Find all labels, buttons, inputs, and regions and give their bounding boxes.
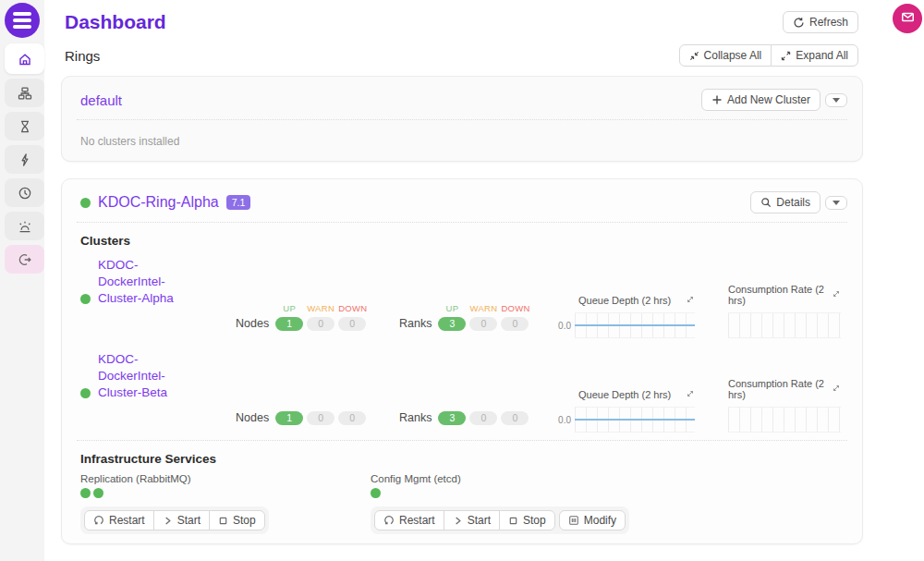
- cluster-status-dot: [80, 388, 91, 398]
- clusters-heading: Clusters: [80, 234, 862, 248]
- play-icon: [453, 516, 463, 526]
- chart-line: [575, 419, 695, 421]
- chart-title: Consumption Rate (2 hrs): [728, 284, 832, 306]
- ring-version-badge: 7.1: [226, 195, 251, 210]
- empty-message: No clusters installed: [62, 120, 862, 163]
- collapse-icon: [689, 51, 699, 61]
- y-axis-tick: 0.0: [558, 415, 575, 425]
- page-header: Dashboard Refresh: [61, 11, 863, 33]
- queue-depth-chart: Queue Depth (2 hrs) 0.0: [558, 389, 695, 433]
- service-status-dot: [80, 488, 91, 498]
- cluster-name-link[interactable]: KDOC-DockerIntel-Cluster-Beta: [98, 351, 200, 401]
- play-icon: [163, 516, 173, 526]
- ring-title[interactable]: KDOC-Ring-Alpha: [98, 194, 219, 211]
- home-icon: [18, 52, 32, 67]
- ring-title-default[interactable]: default: [80, 92, 122, 108]
- sidebar-item-alerts[interactable]: [5, 212, 44, 240]
- consumption-rate-chart: Consumption Rate (2 hrs): [728, 378, 841, 433]
- ring-menu-button-default[interactable]: [825, 93, 847, 107]
- chevron-down-icon: [833, 98, 840, 103]
- chart-expand-icon[interactable]: [686, 389, 695, 400]
- service-config-mgmt-etcd: Config Mgmt (etcd) Restart: [371, 473, 661, 534]
- chart-expand-icon[interactable]: [832, 384, 841, 395]
- lightning-icon: [18, 152, 32, 167]
- infrastructure-heading: Infrastructure Services: [80, 452, 862, 466]
- ring-menu-button[interactable]: [825, 196, 847, 210]
- status-headers: UP WARN DOWN: [438, 303, 529, 313]
- ranks-warn-count: 0: [469, 317, 497, 331]
- chart-plot-area: [575, 407, 695, 433]
- restart-button[interactable]: Restart: [84, 510, 154, 531]
- restart-icon: [383, 515, 395, 526]
- ranks-label: Ranks: [399, 411, 432, 424]
- magnifier-icon: [760, 197, 772, 208]
- service-status-dot: [371, 488, 381, 498]
- sidebar-item-actions[interactable]: [5, 145, 44, 174]
- divider: [77, 440, 847, 441]
- queue-depth-chart: Queue Depth (2 hrs) 0.0: [558, 295, 695, 338]
- details-button[interactable]: Details: [750, 191, 821, 213]
- nodes-up-count: 1: [275, 411, 303, 425]
- start-button[interactable]: Start: [153, 510, 210, 531]
- divider: [77, 222, 847, 223]
- ring-card-default: default Add New Cluster No clusters inst…: [61, 76, 863, 162]
- chart-expand-icon[interactable]: [832, 289, 841, 300]
- main-content: Dashboard Refresh Rings Collapse All: [44, 0, 924, 561]
- cluster-row: KDOC-DockerIntel-Cluster-Alpha Nodes UP …: [80, 257, 862, 338]
- rings-section-title: Rings: [65, 48, 100, 64]
- restart-icon: [93, 515, 104, 526]
- expand-icon: [781, 51, 791, 61]
- modify-button[interactable]: Modify: [559, 510, 626, 531]
- service-replication-rabbitmq: Replication (RabbitMQ) Restart: [80, 473, 371, 534]
- refresh-icon: [793, 17, 805, 29]
- collapse-all-button[interactable]: Collapse All: [679, 44, 772, 67]
- ranks-warn-count: 0: [469, 411, 497, 425]
- start-button[interactable]: Start: [444, 510, 500, 531]
- ranks-up-count: 3: [438, 411, 466, 425]
- sidebar-item-home[interactable]: [5, 43, 44, 74]
- chart-title: Consumption Rate (2 hrs): [728, 378, 832, 400]
- restart-button[interactable]: Restart: [374, 510, 444, 531]
- nodes-warn-count: 0: [307, 317, 334, 331]
- sitemap-icon: [18, 86, 32, 101]
- status-headers: UP WARN DOWN: [275, 303, 366, 313]
- stop-button[interactable]: Stop: [499, 510, 555, 531]
- service-status-dot: [93, 488, 103, 498]
- rings-toolbar: Rings Collapse All Expand All: [61, 44, 863, 67]
- app-logo-menu-icon[interactable]: [5, 3, 40, 38]
- chart-title: Queue Depth (2 hrs): [578, 389, 671, 400]
- modify-form-icon: [568, 515, 579, 526]
- sidebar-item-history[interactable]: [5, 178, 44, 207]
- add-new-cluster-button[interactable]: Add New Cluster: [701, 89, 821, 111]
- stop-icon: [508, 516, 518, 526]
- chart-plot-area: [575, 312, 695, 338]
- ring-status-dot: [80, 198, 91, 208]
- infrastructure-services: Replication (RabbitMQ) Restart: [80, 473, 862, 534]
- refresh-button[interactable]: Refresh: [783, 11, 858, 33]
- plus-icon: [711, 94, 723, 105]
- stop-button[interactable]: Stop: [209, 510, 265, 531]
- ranks-down-count: 0: [501, 411, 529, 425]
- service-name: Config Mgmt (etcd): [371, 473, 661, 484]
- page-title: Dashboard: [65, 11, 166, 33]
- cluster-name-link[interactable]: KDOC-DockerIntel-Cluster-Alpha: [98, 257, 200, 307]
- ring-card-kdoc-ring-alpha: KDOC-Ring-Alpha 7.1 Details Clusters: [61, 178, 863, 544]
- y-axis-tick: 0.0: [558, 321, 575, 331]
- sidebar-item-topology[interactable]: [5, 79, 44, 107]
- nodes-label: Nodes: [236, 317, 269, 330]
- ranks-label: Ranks: [399, 317, 432, 330]
- consumption-rate-chart: Consumption Rate (2 hrs): [728, 284, 841, 338]
- sidebar-item-logout[interactable]: [5, 245, 44, 274]
- chart-expand-icon[interactable]: [686, 295, 695, 306]
- chart-line: [575, 324, 695, 326]
- sidebar-item-pending[interactable]: [5, 112, 44, 140]
- sidebar: [0, 0, 44, 561]
- cluster-row: KDOC-DockerIntel-Cluster-Beta Nodes 1 0 …: [80, 351, 862, 433]
- ranks-down-count: 0: [501, 317, 529, 331]
- nodes-up-count: 1: [275, 317, 303, 331]
- nodes-down-count: 0: [338, 411, 366, 425]
- expand-all-button[interactable]: Expand All: [771, 44, 858, 67]
- sidebar-nav: [0, 43, 44, 274]
- chevron-down-icon: [833, 201, 840, 205]
- stop-icon: [218, 516, 228, 526]
